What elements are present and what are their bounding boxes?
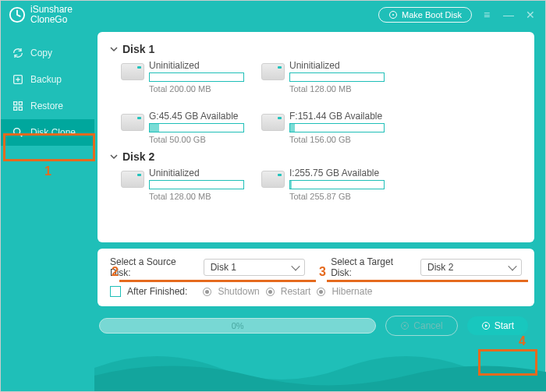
shutdown-label: Shutdown xyxy=(218,286,259,297)
sidebar-item-disk-clone[interactable]: Disk Clone xyxy=(1,119,94,146)
partition[interactable]: UninitializedTotal 128.00 MB xyxy=(261,60,385,94)
chevron-down-icon xyxy=(110,153,118,161)
progress-bar: 0% xyxy=(99,318,376,334)
sidebar-item-backup[interactable]: Backup xyxy=(1,66,94,93)
partition-label: Uninitialized xyxy=(149,60,244,71)
usage-bar xyxy=(289,123,385,132)
drive-icon xyxy=(121,114,144,131)
usage-bar xyxy=(289,72,385,82)
partition-total: Total 50.00 GB xyxy=(149,135,244,144)
sidebar-item-label: Copy xyxy=(30,48,52,58)
partition[interactable]: G:45.45 GB AvailableTotal 50.00 GB xyxy=(121,111,244,144)
partition-total: Total 128.00 MB xyxy=(149,192,244,201)
app-window: iSunshare CloneGo Make Boot Disk ≡ — ✕ C… xyxy=(0,0,546,392)
refresh-icon xyxy=(12,47,24,59)
partition-total: Total 156.00 GB xyxy=(289,135,385,144)
partition-label: Uninitialized xyxy=(149,168,244,178)
options-panel: Select a Source Disk: Disk 1 Select a Ta… xyxy=(98,249,534,306)
partition[interactable]: F:151.44 GB AvailableTotal 156.00 GB xyxy=(261,111,385,144)
source-disk-select[interactable]: Disk 1 xyxy=(204,259,305,276)
partition-label: G:45.45 GB Available xyxy=(149,111,244,122)
hibernate-label: Hibernate xyxy=(332,286,372,297)
target-disk-select[interactable]: Disk 2 xyxy=(420,259,522,276)
usage-bar xyxy=(149,123,244,132)
disk-header[interactable]: Disk 1 xyxy=(110,43,522,55)
grid-icon xyxy=(12,100,24,112)
search-disk-icon xyxy=(12,126,24,139)
svg-point-8 xyxy=(14,129,20,135)
svg-rect-7 xyxy=(19,107,22,110)
target-disk-label: Select a Target Disk: xyxy=(331,256,414,278)
sidebar-item-label: Disk Clone xyxy=(30,127,76,138)
restart-label: Restart xyxy=(281,286,311,297)
disk-header[interactable]: Disk 2 xyxy=(110,150,522,163)
partition-total: Total 255.87 GB xyxy=(289,192,385,201)
partition[interactable]: UninitializedTotal 128.00 MB xyxy=(121,168,244,201)
play-circle-icon xyxy=(481,321,491,330)
cancel-button[interactable]: Cancel xyxy=(385,316,457,336)
sidebar-item-copy[interactable]: Copy xyxy=(1,40,94,66)
shutdown-radio[interactable] xyxy=(203,288,211,296)
partition-label: F:151.44 GB Available xyxy=(289,111,385,122)
svg-rect-6 xyxy=(14,107,17,110)
drive-icon xyxy=(261,63,285,80)
partition-total: Total 128.00 MB xyxy=(289,84,385,94)
drive-icon xyxy=(121,171,144,188)
partition-label: Uninitialized xyxy=(289,60,385,71)
sidebar-item-restore[interactable]: Restore xyxy=(1,93,94,119)
x-circle-icon xyxy=(400,321,410,330)
logo-icon xyxy=(9,6,26,23)
sidebar: Copy Backup Restore Disk Clone xyxy=(1,1,94,391)
plus-box-icon xyxy=(12,73,24,86)
after-finished-checkbox[interactable] xyxy=(110,286,121,297)
usage-bar xyxy=(149,72,244,82)
svg-rect-5 xyxy=(19,102,22,105)
footer-bar: 0% Cancel Start xyxy=(98,313,534,339)
start-button[interactable]: Start xyxy=(467,316,528,335)
decoration-hills xyxy=(94,337,546,391)
partition-total: Total 200.00 MB xyxy=(149,84,244,94)
usage-bar xyxy=(149,180,244,189)
source-disk-label: Select a Source Disk: xyxy=(110,256,197,278)
svg-rect-4 xyxy=(14,102,17,105)
partition[interactable]: UninitializedTotal 200.00 MB xyxy=(121,60,244,94)
drive-icon xyxy=(261,171,285,188)
main-area: Disk 1UninitializedTotal 200.00 MBUninit… xyxy=(94,1,545,391)
app-title-2: CloneGo xyxy=(30,15,73,25)
chevron-down-icon xyxy=(110,45,118,53)
app-logo: iSunshare CloneGo xyxy=(9,5,73,24)
hibernate-radio[interactable] xyxy=(317,288,325,296)
restart-radio[interactable] xyxy=(266,288,275,296)
sidebar-item-label: Backup xyxy=(30,74,62,85)
drive-icon xyxy=(121,63,144,80)
sidebar-item-label: Restore xyxy=(30,101,63,111)
drive-icon xyxy=(261,114,285,131)
after-finished-label: After Finished: xyxy=(127,286,187,297)
partition-label: I:255.75 GB Available xyxy=(289,168,385,178)
usage-bar xyxy=(289,180,385,189)
disks-panel: Disk 1UninitializedTotal 200.00 MBUninit… xyxy=(98,32,534,242)
partition[interactable]: I:255.75 GB AvailableTotal 255.87 GB xyxy=(261,168,385,201)
